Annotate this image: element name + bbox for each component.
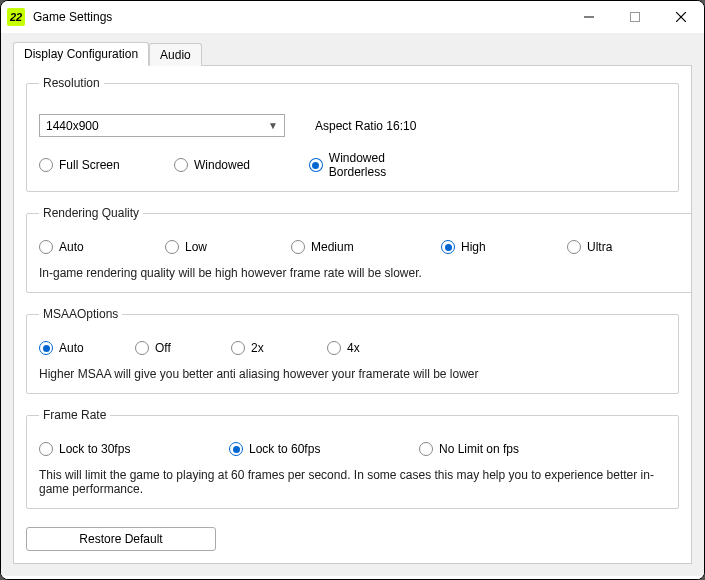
radio-label: No Limit on fps [439, 442, 519, 456]
radio-label: Low [185, 240, 207, 254]
radio-label: Full Screen [59, 158, 120, 172]
radio-label: 2x [251, 341, 264, 355]
radio-icon [39, 240, 53, 254]
radio-msaa-4x[interactable]: 4x [327, 341, 423, 355]
group-legend: Rendering Quality [39, 206, 143, 220]
radio-label: Auto [59, 240, 84, 254]
radio-quality-ultra[interactable]: Ultra [567, 240, 692, 254]
group-legend: Frame Rate [39, 408, 110, 422]
radio-icon [231, 341, 245, 355]
group-msaa: MSAAOptions Auto Off 2x 4x Higher MSAA w… [26, 307, 679, 394]
radio-icon [229, 442, 243, 456]
radio-full-screen[interactable]: Full Screen [39, 158, 174, 172]
window-title: Game Settings [33, 10, 112, 24]
close-button[interactable] [658, 1, 704, 33]
radio-no-limit-fps[interactable]: No Limit on fps [419, 442, 609, 456]
group-legend: Resolution [39, 76, 104, 90]
maximize-icon [630, 12, 640, 22]
radio-label: Windowed Borderless [329, 151, 444, 179]
radio-msaa-2x[interactable]: 2x [231, 341, 327, 355]
radio-windowed-borderless[interactable]: Windowed Borderless [309, 151, 444, 179]
radio-lock-60fps[interactable]: Lock to 60fps [229, 442, 419, 456]
resolution-selected: 1440x900 [46, 119, 99, 133]
group-rendering-quality: Rendering Quality Auto Low Medium High U… [26, 206, 692, 293]
radio-quality-medium[interactable]: Medium [291, 240, 441, 254]
radio-label: Off [155, 341, 171, 355]
radio-quality-auto[interactable]: Auto [39, 240, 165, 254]
rendering-description: In-game rendering quality will be high h… [39, 266, 692, 280]
radio-msaa-auto[interactable]: Auto [39, 341, 135, 355]
dialog-footer: Ok Cancel [1, 576, 704, 580]
radio-icon [291, 240, 305, 254]
tab-strip: Display Configuration Audio [13, 41, 692, 65]
radio-msaa-off[interactable]: Off [135, 341, 231, 355]
close-icon [676, 12, 686, 22]
radio-label: High [461, 240, 486, 254]
maximize-button[interactable] [612, 1, 658, 33]
radio-icon [39, 442, 53, 456]
client-area: Display Configuration Audio Resolution 1… [1, 33, 704, 576]
radio-icon [419, 442, 433, 456]
radio-icon [39, 158, 53, 172]
radio-icon [39, 341, 53, 355]
minimize-button[interactable] [566, 1, 612, 33]
radio-icon [165, 240, 179, 254]
radio-icon [441, 240, 455, 254]
radio-label: Auto [59, 341, 84, 355]
radio-icon [327, 341, 341, 355]
svg-rect-1 [631, 13, 640, 22]
tab-display-configuration[interactable]: Display Configuration [13, 42, 149, 66]
framerate-description: This will limit the game to playing at 6… [39, 468, 666, 496]
tab-label: Display Configuration [24, 47, 138, 61]
radio-icon [309, 158, 323, 172]
radio-windowed[interactable]: Windowed [174, 158, 309, 172]
chevron-down-icon: ▼ [268, 120, 278, 131]
restore-default-button[interactable]: Restore Default [26, 527, 216, 551]
group-resolution: Resolution 1440x900 ▼ Aspect Ratio 16:10… [26, 76, 679, 192]
radio-label: Ultra [587, 240, 612, 254]
tab-audio[interactable]: Audio [149, 43, 202, 66]
group-legend: MSAAOptions [39, 307, 122, 321]
resolution-dropdown[interactable]: 1440x900 ▼ [39, 114, 285, 137]
app-icon: 22 [7, 8, 25, 26]
game-settings-window: 22 Game Settings Display Configuration A… [0, 0, 705, 580]
radio-quality-high[interactable]: High [441, 240, 567, 254]
radio-label: Lock to 60fps [249, 442, 320, 456]
radio-lock-30fps[interactable]: Lock to 30fps [39, 442, 229, 456]
msaa-description: Higher MSAA will give you better anti al… [39, 367, 666, 381]
radio-label: 4x [347, 341, 360, 355]
radio-icon [135, 341, 149, 355]
radio-label: Medium [311, 240, 354, 254]
radio-icon [567, 240, 581, 254]
aspect-ratio-label: Aspect Ratio 16:10 [315, 119, 416, 133]
button-label: Restore Default [79, 532, 162, 546]
radio-label: Windowed [194, 158, 250, 172]
minimize-icon [584, 12, 594, 22]
radio-label: Lock to 30fps [59, 442, 130, 456]
radio-quality-low[interactable]: Low [165, 240, 291, 254]
radio-icon [174, 158, 188, 172]
titlebar: 22 Game Settings [1, 1, 704, 33]
tab-label: Audio [160, 48, 191, 62]
group-frame-rate: Frame Rate Lock to 30fps Lock to 60fps N… [26, 408, 679, 509]
tabpage-display: Resolution 1440x900 ▼ Aspect Ratio 16:10… [13, 65, 692, 564]
